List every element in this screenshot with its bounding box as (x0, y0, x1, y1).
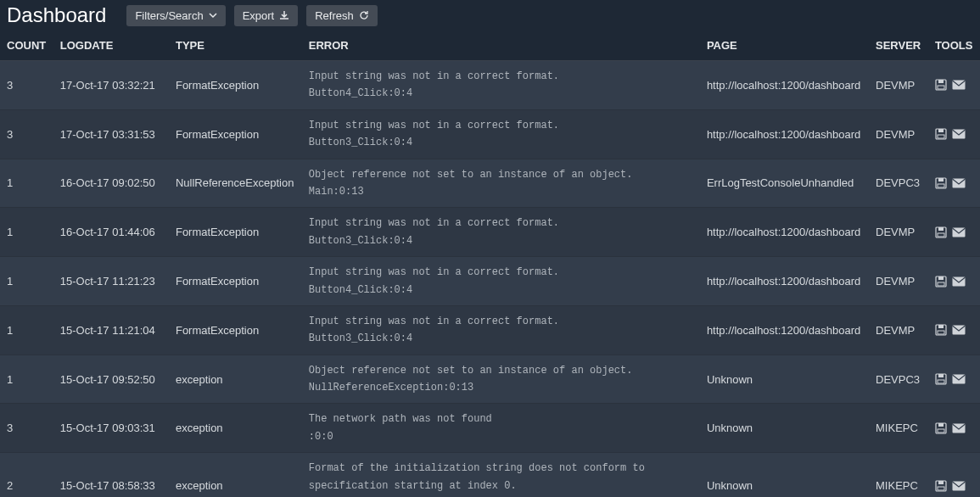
cell-count: 3 (0, 404, 53, 453)
cell-server: DEVMP (869, 208, 928, 257)
cell-logdate: 15-Oct-17 09:03:31 (53, 404, 169, 453)
cell-logdate: 15-Oct-17 09:52:50 (53, 355, 169, 404)
error-message: Input string was not in a correct format… (309, 313, 693, 330)
cell-type: FormatException (169, 208, 302, 257)
page-title: Dashboard (7, 3, 106, 27)
mail-icon[interactable] (952, 178, 966, 188)
col-header-logdate[interactable]: LOGDATE (53, 31, 169, 61)
cell-type: FormatException (169, 257, 302, 306)
filters-search-label: Filters/Search (135, 9, 203, 22)
error-source: :0:0 (309, 428, 693, 445)
cell-error: Object reference not set to an instance … (302, 159, 700, 208)
cell-logdate: 17-Oct-17 03:32:21 (53, 61, 169, 110)
error-source: Button4_Click:0:4 (309, 85, 693, 102)
mail-icon[interactable] (952, 481, 966, 491)
svg-rect-9 (938, 178, 944, 181)
cell-logdate: 15-Oct-17 08:58:33 (53, 453, 169, 497)
cell-tools (928, 257, 980, 306)
cell-tools (928, 305, 980, 355)
svg-rect-29 (938, 423, 944, 427)
cell-page: http://localhost:1200/dashboard (700, 305, 869, 355)
col-header-count[interactable]: COUNT (0, 31, 53, 61)
download-icon (279, 10, 289, 20)
cell-server: DEVPC3 (869, 355, 928, 404)
error-source: Button4_Click:0:4 (309, 282, 693, 299)
cell-page: Unknown (700, 355, 869, 404)
chevron-down-icon (209, 11, 217, 20)
svg-rect-18 (938, 282, 944, 286)
cell-error: Input string was not in a correct format… (302, 257, 700, 306)
filters-search-button[interactable]: Filters/Search (126, 5, 225, 26)
col-header-server[interactable]: SERVER (869, 31, 928, 61)
save-icon[interactable] (935, 226, 947, 238)
cell-server: MIKEPC (869, 453, 928, 497)
mail-icon[interactable] (952, 276, 966, 287)
svg-rect-2 (938, 86, 944, 89)
svg-rect-14 (938, 233, 944, 237)
error-source: Button3_Click:0:4 (309, 232, 693, 249)
cell-server: DEVMP (869, 61, 928, 110)
cell-logdate: 17-Oct-17 03:31:53 (53, 109, 169, 159)
svg-rect-30 (938, 429, 944, 433)
col-header-type[interactable]: TYPE (169, 31, 302, 61)
save-icon[interactable] (935, 373, 947, 385)
refresh-button[interactable]: Refresh (306, 5, 378, 26)
cell-count: 1 (0, 159, 53, 208)
cell-page: http://localhost:1200/dashboard (700, 257, 869, 306)
cell-tools (928, 208, 980, 257)
table-row[interactable]: 215-Oct-17 08:58:33exceptionFormat of th… (0, 453, 980, 497)
cell-server: DEVMP (869, 109, 928, 159)
cell-logdate: 15-Oct-17 11:21:04 (53, 305, 169, 355)
cell-error: The network path was not found:0:0 (302, 404, 700, 453)
table-row[interactable]: 116-Oct-17 01:44:06FormatExceptionInput … (0, 208, 980, 257)
save-icon[interactable] (935, 79, 947, 91)
cell-tools (928, 453, 980, 497)
mail-icon[interactable] (952, 374, 966, 384)
cell-error: Input string was not in a correct format… (302, 61, 700, 110)
mail-icon[interactable] (952, 80, 966, 90)
error-message: The network path was not found (309, 410, 693, 427)
col-header-error[interactable]: ERROR (302, 31, 700, 61)
save-icon[interactable] (935, 276, 947, 288)
save-icon[interactable] (935, 177, 947, 189)
cell-type: exception (169, 355, 302, 404)
error-message: Input string was not in a correct format… (309, 215, 693, 232)
table-row[interactable]: 115-Oct-17 11:21:04FormatExceptionInput … (0, 305, 980, 355)
svg-rect-26 (938, 380, 944, 383)
table-row[interactable]: 115-Oct-17 11:21:23FormatExceptionInput … (0, 257, 980, 306)
cell-type: FormatException (169, 109, 302, 159)
cell-server: DEVMP (869, 257, 928, 306)
table-row[interactable]: 317-Oct-17 03:32:21FormatExceptionInput … (0, 61, 980, 110)
error-message: Input string was not in a correct format… (309, 68, 693, 85)
save-icon[interactable] (935, 324, 947, 336)
table-row[interactable]: 315-Oct-17 09:03:31exceptionThe network … (0, 404, 980, 453)
cell-page: http://localhost:1200/dashboard (700, 61, 869, 110)
mail-icon[interactable] (952, 325, 966, 335)
mail-icon[interactable] (952, 423, 966, 433)
cell-type: exception (169, 404, 302, 453)
svg-rect-25 (938, 374, 944, 377)
cell-page: Unknown (700, 404, 869, 453)
cell-error: Input string was not in a correct format… (302, 109, 700, 159)
cell-server: DEVMP (869, 305, 928, 355)
mail-icon[interactable] (952, 227, 966, 237)
svg-rect-33 (938, 481, 944, 484)
cell-page: http://localhost:1200/dashboard (700, 208, 869, 257)
svg-rect-13 (938, 227, 944, 231)
table-row[interactable]: 115-Oct-17 09:52:50exceptionObject refer… (0, 355, 980, 404)
table-row[interactable]: 317-Oct-17 03:31:53FormatExceptionInput … (0, 109, 980, 159)
save-icon[interactable] (935, 422, 947, 434)
cell-error: Object reference not set to an instance … (302, 355, 700, 404)
table-row[interactable]: 116-Oct-17 09:02:50NullReferenceExceptio… (0, 159, 980, 208)
cell-server: MIKEPC (869, 404, 928, 453)
col-header-tools: TOOLS (928, 31, 980, 61)
save-icon[interactable] (935, 480, 947, 492)
cell-logdate: 15-Oct-17 11:21:23 (53, 257, 169, 306)
cell-page: Unknown (700, 453, 869, 497)
save-icon[interactable] (935, 128, 947, 140)
error-source: Main:0:13 (309, 183, 693, 200)
export-button[interactable]: Export (234, 5, 299, 26)
mail-icon[interactable] (952, 129, 966, 139)
col-header-page[interactable]: PAGE (700, 31, 869, 61)
table-header-row: COUNT LOGDATE TYPE ERROR PAGE SERVER TOO… (0, 31, 980, 61)
